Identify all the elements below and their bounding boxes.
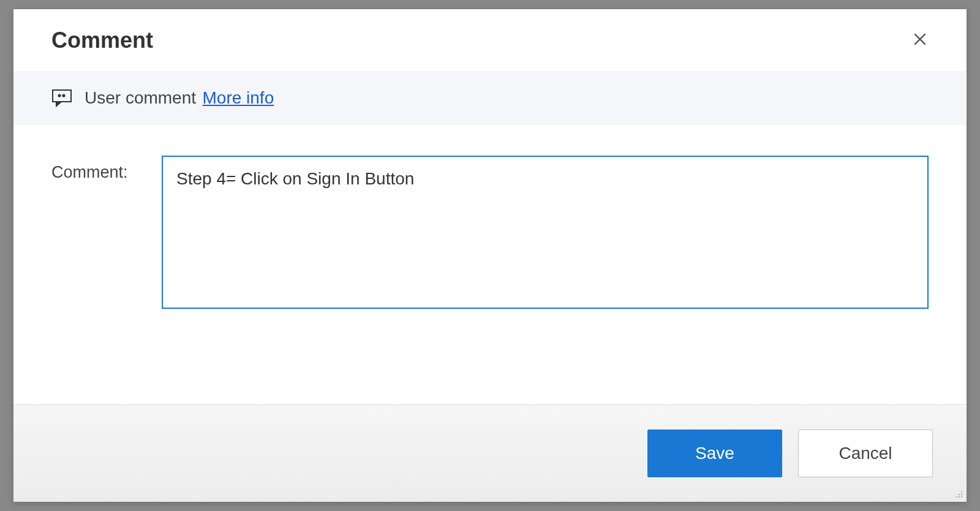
svg-point-10	[961, 496, 962, 498]
more-info-link[interactable]: More info	[203, 88, 274, 107]
close-button[interactable]	[907, 26, 933, 54]
save-button[interactable]: Save	[647, 430, 782, 477]
svg-point-3	[58, 94, 60, 96]
svg-point-4	[62, 94, 64, 96]
comment-label: Comment:	[51, 156, 137, 182]
info-bar: User comment More info	[13, 71, 967, 125]
dialog-header: Comment	[13, 9, 967, 71]
svg-point-5	[961, 491, 962, 493]
comment-dialog: Comment User comment More info Comme	[13, 9, 967, 502]
resize-grip-icon[interactable]	[953, 488, 964, 499]
svg-point-9	[959, 496, 960, 498]
cancel-button[interactable]: Cancel	[798, 430, 933, 477]
comment-textarea[interactable]	[162, 156, 929, 309]
dialog-footer: Save Cancel	[13, 404, 967, 502]
close-icon	[912, 31, 928, 49]
comment-bubble-icon	[51, 89, 72, 107]
svg-rect-2	[53, 90, 71, 102]
svg-point-8	[956, 496, 957, 498]
form-body: Comment:	[13, 125, 967, 404]
svg-point-6	[959, 494, 960, 495]
info-text-container: User comment More info	[85, 88, 274, 108]
dialog-title: Comment	[51, 28, 153, 53]
info-label: User comment	[85, 88, 196, 107]
svg-point-7	[961, 494, 962, 495]
